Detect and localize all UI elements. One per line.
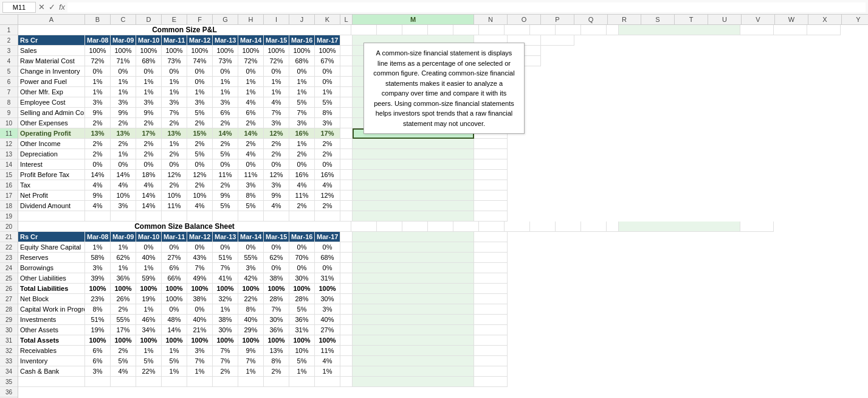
cell-16-M[interactable] [353,180,474,190]
cell-32-E[interactable]: 1% [162,346,187,356]
cell-4-J[interactable]: 68% [289,56,315,66]
cell-19-B[interactable] [85,211,111,222]
cell-34-E[interactable]: 1% [162,366,187,377]
cell-22-B[interactable]: 1% [85,242,111,253]
cell-12-A[interactable]: Other Income [18,139,85,149]
cell-2-H[interactable]: Mar-14 [238,35,264,46]
cell-25-H[interactable]: 42% [238,273,264,284]
cell-32-B[interactable]: 6% [85,346,111,356]
cell-5-J[interactable]: 0% [289,66,315,77]
cell-32-F[interactable]: 3% [187,346,213,356]
cell-10-C[interactable]: 2% [111,118,136,128]
cell-32-J[interactable]: 10% [289,346,315,356]
cell-2-C[interactable]: Mar-09 [111,35,136,46]
cell-8-B[interactable]: 3% [85,97,111,108]
cell-33-E[interactable]: 5% [162,356,187,366]
cell-22-A[interactable]: Equity Share Capital [18,242,85,253]
cell-8-D[interactable]: 3% [136,97,162,108]
cell-10-L[interactable] [340,118,353,128]
cell-21-M[interactable] [353,232,474,242]
cell-1-A[interactable]: Common Size P&L [18,25,351,35]
cell-26-D[interactable]: 100% [136,284,162,294]
cell-4-K[interactable]: 67% [315,56,340,66]
cell-28-K[interactable]: 3% [315,304,340,315]
cell-14-L[interactable] [340,159,353,170]
cell-19-J[interactable] [289,211,315,222]
cell-4-L[interactable] [340,56,353,66]
cell-10-E[interactable]: 2% [162,118,187,128]
cell-29-I[interactable]: 30% [264,315,289,325]
cell-6-H[interactable]: 1% [238,77,264,87]
cell-8-F[interactable]: 3% [187,97,213,108]
cell-35-F[interactable] [187,377,213,387]
cancel-icon[interactable]: ✕ [38,2,45,12]
cell-24-D[interactable]: 1% [136,263,162,273]
cell-20-N[interactable] [740,222,774,232]
cell-9-I[interactable]: 7% [264,108,289,118]
cell-18-M[interactable] [353,201,474,211]
cell-27-N[interactable] [474,294,508,304]
formula-input[interactable] [67,2,866,12]
cell-34-A[interactable]: Cash & Bank [18,366,85,377]
cell-35-I[interactable] [264,377,289,387]
cell-23-D[interactable]: 40% [136,253,162,263]
col-header-F[interactable]: F [187,15,213,24]
cell-23-G[interactable]: 51% [213,253,238,263]
cell-28-G[interactable]: 1% [213,304,238,315]
cell-4-H[interactable]: 72% [238,56,264,66]
cell-14-N[interactable] [474,159,508,170]
cell-10-G[interactable]: 2% [213,118,238,128]
cell-6-E[interactable]: 1% [162,77,187,87]
cell-15-I[interactable]: 12% [264,170,289,180]
col-header-X[interactable]: X [808,15,842,24]
cell-16-F[interactable]: 2% [187,180,213,190]
cell-20-F[interactable] [453,222,479,232]
cell-32-M[interactable] [353,346,474,356]
cell-23-L[interactable] [340,253,353,263]
cell-20-I[interactable] [530,222,556,232]
cell-24-A[interactable]: Borrowings [18,263,85,273]
cell-1-I[interactable] [530,25,556,35]
cell-16-L[interactable] [340,180,353,190]
cell-8-G[interactable]: 3% [213,97,238,108]
cell-29-L[interactable] [340,315,353,325]
cell-20-E[interactable] [428,222,453,232]
cell-11-B[interactable]: 13% [85,128,111,139]
cell-19-M[interactable] [353,211,474,222]
cell-24-G[interactable]: 7% [213,263,238,273]
col-header-L[interactable]: L [340,15,353,24]
cell-32-I[interactable]: 13% [264,346,289,356]
cell-4-D[interactable]: 68% [136,56,162,66]
cell-13-K[interactable]: 2% [315,149,340,159]
cell-11-A[interactable]: Operating Profit [18,128,85,139]
cell-17-L[interactable] [340,190,353,201]
cell-5-F[interactable]: 0% [187,66,213,77]
cell-32-L[interactable] [340,346,353,356]
cell-7-D[interactable]: 1% [136,87,162,97]
col-header-O[interactable]: O [508,15,541,24]
cell-7-A[interactable]: Other Mfr. Exp [18,87,85,97]
cell-19-D[interactable] [136,211,162,222]
cell-27-M[interactable] [353,294,474,304]
cell-13-J[interactable]: 2% [289,149,315,159]
cell-12-M[interactable] [353,139,474,149]
cell-26-I[interactable]: 100% [264,284,289,294]
cell-3-D[interactable]: 100% [136,46,162,56]
cell-22-I[interactable]: 0% [264,242,289,253]
cell-15-J[interactable]: 16% [289,170,315,180]
cell-35-C[interactable] [111,377,136,387]
cell-28-D[interactable]: 1% [136,304,162,315]
cell-15-F[interactable]: 12% [187,170,213,180]
cell-1-B[interactable] [351,25,377,35]
cell-16-D[interactable]: 4% [136,180,162,190]
cell-6-J[interactable]: 1% [289,77,315,87]
cell-7-K[interactable]: 1% [315,87,340,97]
cell-25-G[interactable]: 41% [213,273,238,284]
cell-25-E[interactable]: 66% [162,273,187,284]
cell-20-H[interactable] [505,222,530,232]
cell-28-J[interactable]: 5% [289,304,315,315]
cell-35-J[interactable] [289,377,315,387]
cell-18-L[interactable] [340,201,353,211]
col-header-K[interactable]: K [315,15,340,24]
cell-11-I[interactable]: 12% [264,128,289,139]
